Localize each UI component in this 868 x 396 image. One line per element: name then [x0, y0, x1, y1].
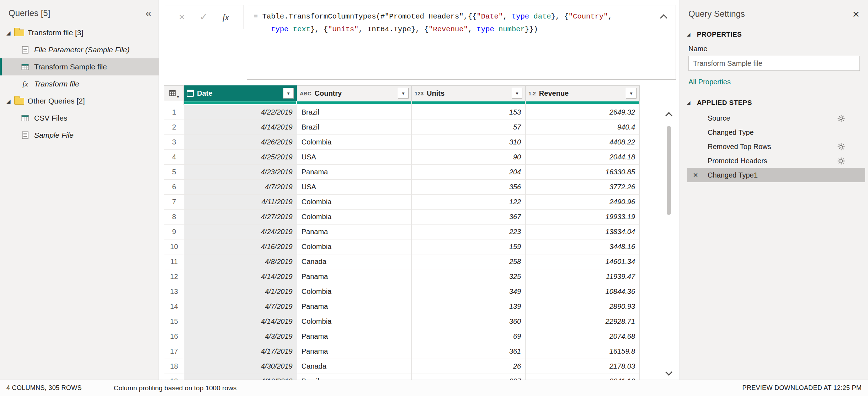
cell-date[interactable]: 4/3/2019	[184, 329, 297, 344]
row-number[interactable]: 12	[164, 269, 184, 284]
query-item[interactable]: fxTransform file	[0, 75, 159, 93]
query-item[interactable]: Transform Sample file	[0, 58, 159, 75]
cell-units[interactable]: 90	[412, 150, 526, 165]
cell-revenue[interactable]: 2178.03	[526, 359, 640, 374]
cell-revenue[interactable]: 3772.26	[526, 180, 640, 195]
cell-country[interactable]: Panama	[297, 225, 412, 239]
cell-country[interactable]: USA	[297, 180, 412, 195]
filter-dropdown-button[interactable]: ▾	[398, 88, 409, 99]
formula-text[interactable]: = Table.TransformColumnTypes(#"Promoted …	[254, 10, 651, 36]
cell-date[interactable]: 4/7/2019	[184, 180, 297, 195]
cell-country[interactable]: Brazil	[297, 374, 412, 380]
query-group-header[interactable]: ◢Transform file [3]	[0, 24, 159, 41]
cell-revenue[interactable]: 10844.36	[526, 284, 640, 299]
cell-date[interactable]: 4/7/2019	[184, 299, 297, 314]
cell-units[interactable]: 159	[412, 239, 526, 254]
cell-country[interactable]: Colombia	[297, 239, 412, 254]
cell-units[interactable]: 153	[412, 105, 526, 120]
applied-step[interactable]: Changed Type	[687, 125, 865, 139]
cell-revenue[interactable]: 2044.18	[526, 150, 640, 165]
row-number[interactable]: 14	[164, 299, 184, 314]
row-number[interactable]: 18	[164, 359, 184, 374]
cell-date[interactable]: 4/27/2019	[184, 210, 297, 225]
query-name-input[interactable]	[688, 56, 860, 71]
applied-step[interactable]: ×Changed Type1	[687, 168, 865, 182]
scrollbar-thumb[interactable]	[667, 126, 671, 215]
filter-dropdown-button[interactable]: ▾	[626, 88, 637, 99]
row-number[interactable]: 17	[164, 344, 184, 359]
cell-country[interactable]: Colombia	[297, 314, 412, 329]
applied-steps-section-header[interactable]: ◢ APPLIED STEPS	[680, 95, 868, 110]
cell-country[interactable]: USA	[297, 150, 412, 165]
query-item[interactable]: File Parameter (Sample File)	[0, 41, 159, 58]
row-number[interactable]: 15	[164, 314, 184, 329]
cell-revenue[interactable]: 16330.85	[526, 165, 640, 180]
cell-revenue[interactable]: 3448.16	[526, 239, 640, 254]
cell-date[interactable]: 4/14/2019	[184, 314, 297, 329]
cell-units[interactable]: 325	[412, 269, 526, 284]
cell-date[interactable]: 4/1/2019	[184, 284, 297, 299]
filter-dropdown-button[interactable]: ▾	[283, 88, 294, 99]
cell-date[interactable]: 4/14/2019	[184, 120, 297, 135]
step-settings-gear-icon[interactable]	[837, 114, 845, 122]
applied-step[interactable]: Promoted Headers	[687, 154, 865, 168]
row-number[interactable]: 9	[164, 225, 184, 239]
collapse-pane-icon[interactable]: «	[145, 8, 151, 19]
column-header-country[interactable]: ABCCountry▾	[297, 85, 412, 101]
delete-step-icon[interactable]: ×	[687, 171, 704, 179]
cell-revenue[interactable]: 16159.8	[526, 344, 640, 359]
row-number[interactable]: 6	[164, 180, 184, 195]
cell-date[interactable]: 4/30/2019	[184, 359, 297, 374]
cell-country[interactable]: Panama	[297, 329, 412, 344]
cell-date[interactable]: 4/11/2019	[184, 195, 297, 210]
cell-country[interactable]: Colombia	[297, 195, 412, 210]
cell-units[interactable]: 139	[412, 299, 526, 314]
row-number[interactable]: 4	[164, 150, 184, 165]
status-profiling-text[interactable]: Column profiling based on top 1000 rows	[114, 384, 236, 392]
cell-revenue[interactable]: 4408.22	[526, 135, 640, 150]
cell-units[interactable]: 204	[412, 165, 526, 180]
cell-units[interactable]: 258	[412, 254, 526, 269]
formula-fx-button[interactable]: fx	[223, 13, 229, 22]
scrollbar-track[interactable]	[667, 122, 671, 367]
cell-units[interactable]: 367	[412, 210, 526, 225]
cell-country[interactable]: Panama	[297, 269, 412, 284]
cell-date[interactable]: 4/25/2019	[184, 150, 297, 165]
cell-units[interactable]: 310	[412, 135, 526, 150]
cell-units[interactable]: 57	[412, 120, 526, 135]
cell-units[interactable]: 356	[412, 180, 526, 195]
column-header-revenue[interactable]: 1.2Revenue▾	[526, 85, 640, 101]
properties-section-header[interactable]: ◢ PROPERTIES	[680, 26, 868, 41]
row-number[interactable]: 11	[164, 254, 184, 269]
table-corner-menu-button[interactable]: ▾	[164, 85, 184, 101]
cell-units[interactable]: 69	[412, 329, 526, 344]
cell-date[interactable]: 4/16/2019	[184, 374, 297, 380]
cell-country[interactable]: Panama	[297, 344, 412, 359]
cell-units[interactable]: 26	[412, 359, 526, 374]
cell-date[interactable]: 4/16/2019	[184, 239, 297, 254]
cell-revenue[interactable]: 14601.34	[526, 254, 640, 269]
cell-country[interactable]: Brazil	[297, 105, 412, 120]
cell-revenue[interactable]: 19933.19	[526, 210, 640, 225]
cell-units[interactable]: 223	[412, 225, 526, 239]
cell-revenue[interactable]: 9041.12	[526, 374, 640, 380]
cell-country[interactable]: Colombia	[297, 210, 412, 225]
cell-country[interactable]: Colombia	[297, 135, 412, 150]
expand-collapse-icon[interactable]: ◢	[6, 30, 11, 36]
row-number[interactable]: 19	[164, 374, 184, 380]
cell-revenue[interactable]: 13834.04	[526, 225, 640, 239]
cell-country[interactable]: Colombia	[297, 284, 412, 299]
row-number[interactable]: 10	[164, 239, 184, 254]
cell-revenue[interactable]: 2649.32	[526, 105, 640, 120]
formula-bar[interactable]: = Table.TransformColumnTypes(#"Promoted …	[247, 5, 676, 80]
cell-units[interactable]: 349	[412, 284, 526, 299]
scroll-down-icon[interactable]	[665, 369, 672, 376]
expand-collapse-icon[interactable]: ◢	[6, 99, 11, 104]
cell-units[interactable]: 387	[412, 374, 526, 380]
cell-date[interactable]: 4/26/2019	[184, 135, 297, 150]
step-settings-gear-icon[interactable]	[837, 143, 845, 151]
cell-units[interactable]: 360	[412, 314, 526, 329]
close-icon[interactable]: ×	[852, 8, 859, 20]
cell-revenue[interactable]: 940.4	[526, 120, 640, 135]
row-number[interactable]: 5	[164, 165, 184, 180]
